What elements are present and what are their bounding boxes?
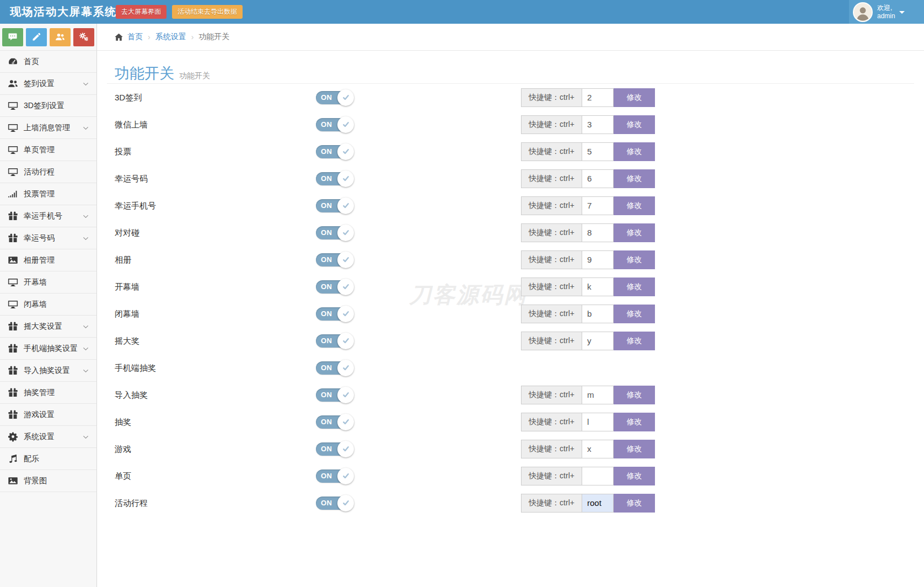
settings-button[interactable] xyxy=(73,28,94,46)
chevron-down-icon xyxy=(82,323,89,330)
sidebar-item-1[interactable]: 签到设置 xyxy=(0,73,96,95)
feature-toggle[interactable]: ON xyxy=(316,387,354,403)
shortcut-group: 快捷键：ctrl+ 修改 xyxy=(521,440,655,458)
welcome-line2: admin xyxy=(877,12,895,20)
feature-row: 手机端抽奖 ON xyxy=(97,354,924,381)
gear-icon xyxy=(8,431,18,442)
modify-button[interactable]: 修改 xyxy=(614,142,655,161)
feature-toggle[interactable]: ON xyxy=(316,170,354,187)
feature-toggle[interactable]: ON xyxy=(316,252,354,268)
shortcut-key-input[interactable] xyxy=(582,386,614,404)
shortcut-key-input[interactable] xyxy=(582,494,614,513)
sidebar-item-6[interactable]: 投票管理 xyxy=(0,183,96,205)
shortcut-key-input[interactable] xyxy=(582,305,614,323)
sidebar-item-10[interactable]: 开幕墙 xyxy=(0,271,96,294)
modify-button[interactable]: 修改 xyxy=(614,305,655,323)
shortcut-key-input[interactable] xyxy=(582,278,614,296)
feature-label: 导入抽奖 xyxy=(115,389,148,400)
toggle-knob xyxy=(337,414,354,430)
sidebar-item-16[interactable]: 游戏设置 xyxy=(0,404,96,426)
feature-toggle[interactable]: ON xyxy=(316,279,354,295)
shortcut-key-input[interactable] xyxy=(582,413,614,431)
modify-button[interactable]: 修改 xyxy=(614,250,655,269)
feature-toggle[interactable]: ON xyxy=(316,89,354,106)
feature-toggle[interactable]: ON xyxy=(316,333,354,349)
feature-row: 摇大奖 ON 快捷键：ctrl+ 修改 xyxy=(97,327,924,354)
feature-label: 抽奖 xyxy=(115,417,131,427)
modify-button[interactable]: 修改 xyxy=(614,386,655,404)
sidebar-item-11[interactable]: 闭幕墙 xyxy=(0,294,96,316)
feature-row: 对对碰 ON 快捷键：ctrl+ 修改 xyxy=(97,219,924,246)
shortcut-key-input[interactable] xyxy=(582,196,614,215)
shortcut-key-input[interactable] xyxy=(582,142,614,161)
feature-toggle[interactable]: ON xyxy=(316,198,354,214)
shortcut-key-input[interactable] xyxy=(582,88,614,107)
sidebar-item-label: 手机端抽奖设置 xyxy=(24,344,78,354)
feature-toggle[interactable]: ON xyxy=(316,143,354,160)
chevron-down-icon xyxy=(82,434,89,441)
sidebar-item-7[interactable]: 幸运手机号 xyxy=(0,205,96,227)
modify-button[interactable]: 修改 xyxy=(614,413,655,431)
modify-button[interactable]: 修改 xyxy=(614,494,655,513)
users-button[interactable] xyxy=(50,28,71,46)
sidebar-item-3[interactable]: 上墙消息管理 xyxy=(0,117,96,139)
pencil-icon xyxy=(31,32,41,42)
feature-toggle[interactable]: ON xyxy=(316,225,354,241)
sidebar-item-5[interactable]: 活动行程 xyxy=(0,161,96,183)
feature-rows: 3D签到 ON 快捷键：ctrl+ 修改 微信上墙 ON 快捷键：ctrl+ xyxy=(97,84,924,516)
sidebar-item-9[interactable]: 相册管理 xyxy=(0,249,96,271)
sidebar-item-label: 首页 xyxy=(24,57,39,67)
shortcut-prefix-label: 快捷键：ctrl+ xyxy=(521,413,582,431)
shortcut-key-input[interactable] xyxy=(582,169,614,188)
modify-button[interactable]: 修改 xyxy=(614,332,655,350)
breadcrumb-section-link[interactable]: 系统设置 xyxy=(155,32,186,42)
modify-button[interactable]: 修改 xyxy=(614,115,655,134)
user-menu[interactable]: 欢迎, admin xyxy=(849,0,924,24)
go-big-screen-button[interactable]: 去大屏幕界面 xyxy=(116,5,166,19)
feature-toggle[interactable]: ON xyxy=(316,468,354,484)
sidebar-item-17[interactable]: 系统设置 xyxy=(0,426,96,448)
feature-label: 单页 xyxy=(115,471,131,481)
page-header: 功能开关功能开关 xyxy=(107,64,914,84)
sidebar-item-4[interactable]: 单页管理 xyxy=(0,139,96,161)
breadcrumb-home-link[interactable]: 首页 xyxy=(114,32,143,42)
feature-toggle[interactable]: ON xyxy=(316,360,354,376)
shortcut-key-input[interactable] xyxy=(582,223,614,242)
feature-toggle[interactable]: ON xyxy=(316,306,354,322)
sidebar-item-label: 相册管理 xyxy=(24,255,55,265)
feature-toggle[interactable]: ON xyxy=(316,116,354,133)
sidebar-item-8[interactable]: 幸运号码 xyxy=(0,227,96,249)
sidebar-item-2[interactable]: 3D签到设置 xyxy=(0,95,96,117)
modify-button[interactable]: 修改 xyxy=(614,278,655,296)
image-icon xyxy=(8,255,18,265)
modify-button[interactable]: 修改 xyxy=(614,440,655,458)
feature-toggle[interactable]: ON xyxy=(316,414,354,430)
feature-toggle[interactable]: ON xyxy=(316,441,354,457)
chat-button[interactable] xyxy=(2,28,23,46)
modify-button[interactable]: 修改 xyxy=(614,88,655,107)
check-icon xyxy=(341,282,351,291)
shortcut-key-input[interactable] xyxy=(582,250,614,269)
chevron-down-icon xyxy=(82,81,89,88)
shortcut-key-input[interactable] xyxy=(582,440,614,458)
modify-button[interactable]: 修改 xyxy=(614,196,655,215)
sidebar-item-12[interactable]: 摇大奖设置 xyxy=(0,316,96,338)
modify-button[interactable]: 修改 xyxy=(614,169,655,188)
shortcut-key-input[interactable] xyxy=(582,115,614,134)
feature-toggle[interactable]: ON xyxy=(316,495,354,511)
edit-button[interactable] xyxy=(26,28,47,46)
sidebar-item-18[interactable]: 配乐 xyxy=(0,448,96,470)
shortcut-group: 快捷键：ctrl+ 修改 xyxy=(521,115,655,134)
gift-icon xyxy=(8,321,18,332)
sidebar-item-14[interactable]: 导入抽奖设置 xyxy=(0,360,96,382)
modify-button[interactable]: 修改 xyxy=(614,223,655,242)
sidebar-item-19[interactable]: 背景图 xyxy=(0,470,96,492)
shortcut-key-input[interactable] xyxy=(582,467,614,485)
shortcut-key-input[interactable] xyxy=(582,332,614,350)
export-data-button[interactable]: 活动结束去导出数据 xyxy=(172,5,243,19)
shortcut-group: 快捷键：ctrl+ 修改 xyxy=(521,278,655,296)
sidebar-item-0[interactable]: 首页 xyxy=(0,51,96,73)
modify-button[interactable]: 修改 xyxy=(614,467,655,485)
sidebar-item-13[interactable]: 手机端抽奖设置 xyxy=(0,338,96,360)
sidebar-item-15[interactable]: 抽奖管理 xyxy=(0,382,96,404)
